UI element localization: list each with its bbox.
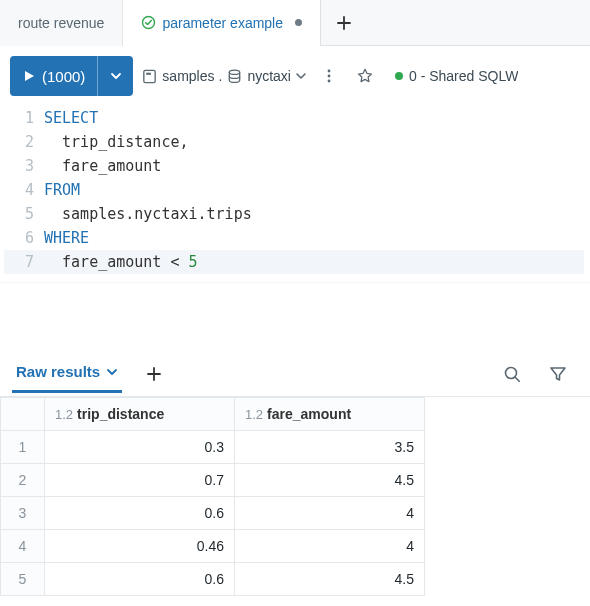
line-number: 4 [4, 178, 44, 202]
status-dot-icon [395, 72, 403, 80]
kebab-icon [321, 68, 337, 84]
tab-label: route revenue [18, 15, 104, 31]
row-number-header [1, 398, 45, 431]
editor-line[interactable]: 4FROM [4, 178, 584, 202]
chevron-down-icon [110, 70, 122, 82]
column-type: 1.2 [55, 407, 73, 422]
svg-point-6 [328, 80, 331, 83]
results-bar: Raw results [0, 352, 590, 396]
editor-line[interactable]: 5 samples.nyctaxi.trips [4, 202, 584, 226]
search-icon [502, 364, 522, 384]
cell-value: 0.6 [45, 497, 235, 530]
favorite-button[interactable] [351, 62, 379, 90]
code-content: FROM [44, 178, 80, 202]
tab-parameter-example[interactable]: parameter example [123, 0, 321, 46]
toolbar: (1000) samples . nyctaxi 0 - Shared SQLW [0, 46, 590, 106]
filter-results-button[interactable] [544, 360, 572, 388]
results-tab[interactable]: Raw results [12, 363, 122, 393]
code-content: trip_distance, [44, 130, 189, 154]
code-content: fare_amount [44, 154, 161, 178]
tab-bar: route revenue parameter example [0, 0, 590, 46]
editor-line[interactable]: 1SELECT [4, 106, 584, 130]
editor-line[interactable]: 2 trip_distance, [4, 130, 584, 154]
tab-route-revenue[interactable]: route revenue [0, 0, 123, 46]
check-circle-icon [141, 15, 156, 30]
catalog-icon [141, 68, 158, 85]
svg-point-3 [230, 70, 240, 74]
catalog-ellipsis: . [219, 68, 223, 84]
cell-value: 4 [235, 497, 425, 530]
column-type: 1.2 [245, 407, 263, 422]
row-number: 5 [1, 563, 45, 596]
row-number: 2 [1, 464, 45, 497]
line-number: 5 [4, 202, 44, 226]
svg-point-4 [328, 70, 331, 73]
kebab-menu-button[interactable] [315, 62, 343, 90]
column-name: fare_amount [267, 406, 351, 422]
cell-value: 0.6 [45, 563, 235, 596]
unsaved-dot-icon [295, 19, 302, 26]
star-icon [356, 67, 374, 85]
column-header-fare-amount[interactable]: 1.2fare_amount [235, 398, 425, 431]
row-number: 4 [1, 530, 45, 563]
line-number: 3 [4, 154, 44, 178]
svg-rect-1 [144, 70, 155, 82]
run-button-group: (1000) [10, 56, 133, 96]
results-table: 1.2trip_distance 1.2fare_amount 10.33.52… [0, 397, 425, 596]
code-content: samples.nyctaxi.trips [44, 202, 252, 226]
code-content: WHERE [44, 226, 89, 250]
add-tab-button[interactable] [321, 14, 367, 32]
cluster-label: 0 - Shared SQLW [409, 68, 518, 84]
cell-value: 4 [235, 530, 425, 563]
table-row[interactable]: 40.464 [1, 530, 425, 563]
table-row[interactable]: 50.64.5 [1, 563, 425, 596]
cell-value: 4.5 [235, 563, 425, 596]
table-row[interactable]: 20.74.5 [1, 464, 425, 497]
catalog-picker[interactable]: samples . nyctaxi [141, 68, 307, 85]
row-number: 1 [1, 431, 45, 464]
column-header-trip-distance[interactable]: 1.2trip_distance [45, 398, 235, 431]
add-visualization-button[interactable] [140, 365, 168, 391]
code-content: fare_amount < 5 [44, 250, 198, 274]
play-icon [22, 69, 36, 83]
filter-icon [548, 364, 568, 384]
code-content: SELECT [44, 106, 98, 130]
editor-line[interactable]: 7 fare_amount < 5 [4, 250, 584, 274]
database-icon [226, 68, 243, 85]
table-row[interactable]: 30.64 [1, 497, 425, 530]
cell-value: 0.7 [45, 464, 235, 497]
plus-icon [145, 365, 163, 383]
run-limit-label: (1000) [42, 68, 85, 85]
svg-point-5 [328, 75, 331, 78]
svg-rect-2 [147, 72, 152, 74]
line-number: 6 [4, 226, 44, 250]
cell-value: 0.46 [45, 530, 235, 563]
run-button[interactable]: (1000) [10, 56, 97, 96]
catalog-label: samples [162, 68, 214, 84]
table-row[interactable]: 10.33.5 [1, 431, 425, 464]
line-number: 1 [4, 106, 44, 130]
editor-line[interactable]: 3 fare_amount [4, 154, 584, 178]
cell-value: 0.3 [45, 431, 235, 464]
column-name: trip_distance [77, 406, 164, 422]
editor-line[interactable]: 6WHERE [4, 226, 584, 250]
editor-results-divider [0, 282, 590, 352]
chevron-down-icon [295, 70, 307, 82]
line-number: 7 [4, 250, 44, 274]
tab-label: parameter example [162, 15, 283, 31]
chevron-down-icon [106, 366, 118, 378]
search-results-button[interactable] [498, 360, 526, 388]
results-table-wrap: 1.2trip_distance 1.2fare_amount 10.33.52… [0, 396, 590, 596]
schema-label: nyctaxi [247, 68, 291, 84]
run-dropdown-button[interactable] [97, 56, 133, 96]
sql-editor[interactable]: 1SELECT2 trip_distance,3 fare_amount4FRO… [0, 106, 590, 282]
cluster-picker[interactable]: 0 - Shared SQLW [387, 68, 526, 84]
cell-value: 4.5 [235, 464, 425, 497]
results-tab-label: Raw results [16, 363, 100, 380]
cell-value: 3.5 [235, 431, 425, 464]
row-number: 3 [1, 497, 45, 530]
line-number: 2 [4, 130, 44, 154]
